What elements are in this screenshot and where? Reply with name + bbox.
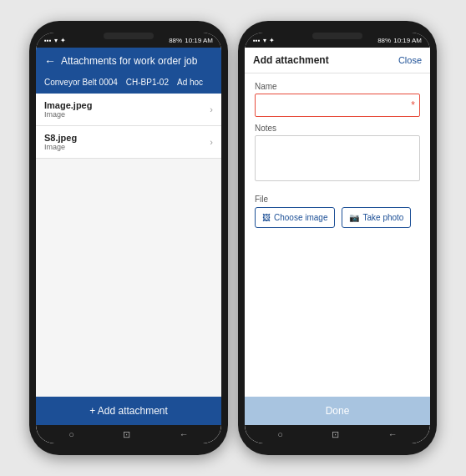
file-action-buttons: 🖼 Choose image 📷 Take photo — [255, 207, 420, 228]
equipment-name: Conveyor Belt 0004 — [44, 78, 118, 87]
name-field-group: Name * — [255, 82, 420, 117]
name-input-wrapper: * — [255, 94, 420, 117]
wifi-icon: ▾ — [54, 37, 58, 44]
add-attachment-button[interactable]: + Add attachment — [36, 397, 221, 425]
status-bar-2: ▪▪▪ ▾ ✦ 88% 10:19 AM — [245, 33, 430, 48]
attachment-type: Image — [44, 110, 92, 119]
take-photo-button[interactable]: 📷 Take photo — [342, 207, 411, 228]
required-indicator: * — [411, 99, 415, 111]
chevron-icon: › — [210, 137, 213, 147]
list-item[interactable]: Image.jpeg Image › — [36, 94, 221, 126]
bluetooth-icon: ✦ — [269, 37, 275, 44]
phone-2: ▪▪▪ ▾ ✦ 88% 10:19 AM Add attachment Clos… — [238, 21, 437, 455]
chevron-icon: › — [210, 104, 213, 114]
attachments-header: ← Attachments for work order job — [36, 48, 221, 74]
attachment-name: Image.jpeg — [44, 100, 92, 110]
notes-label: Notes — [255, 124, 420, 133]
list-item-info: S8.jpeg Image — [44, 133, 77, 151]
list-item[interactable]: S8.jpeg Image › — [36, 126, 221, 159]
back-nav-icon[interactable]: ← — [180, 429, 189, 439]
time-display: 10:19 AM — [393, 37, 422, 44]
back-button[interactable]: ← — [44, 54, 56, 68]
header-title: Attachments for work order job — [61, 55, 197, 67]
phone-2-screen: ▪▪▪ ▾ ✦ 88% 10:19 AM Add attachment Clos… — [245, 33, 430, 443]
signal-icon: ▪▪▪ — [253, 37, 261, 44]
choose-image-label: Choose image — [274, 213, 327, 222]
done-button[interactable]: Done — [245, 397, 430, 425]
wifi-icon: ▾ — [263, 37, 266, 44]
name-label: Name — [255, 82, 420, 91]
battery-level: 88% — [169, 37, 182, 44]
signal-icon: ▪▪▪ — [44, 37, 52, 44]
add-attachment-header: Add attachment Close — [245, 48, 430, 73]
notes-input[interactable] — [255, 135, 420, 181]
order-type: Ad hoc — [177, 78, 203, 87]
name-input[interactable] — [255, 94, 420, 117]
file-label: File — [255, 195, 420, 204]
recent-nav-icon[interactable]: ⊡ — [123, 429, 130, 440]
attachment-type: Image — [44, 143, 77, 151]
home-nav-icon[interactable]: ○ — [68, 429, 74, 439]
choose-image-button[interactable]: 🖼 Choose image — [255, 207, 335, 228]
bottom-navigation-1: ○ ⊡ ← — [36, 425, 221, 443]
take-photo-label: Take photo — [362, 213, 403, 222]
notes-field-group: Notes — [255, 124, 420, 185]
close-button[interactable]: Close — [398, 55, 422, 65]
add-attachment-title: Add attachment — [253, 54, 329, 66]
time-display: 10:19 AM — [185, 37, 213, 44]
order-code: CH-BP1-02 — [126, 78, 169, 87]
attachment-name: S8.jpeg — [44, 133, 77, 143]
list-item-info: Image.jpeg Image — [44, 100, 92, 119]
add-attachment-form: Name * Notes File 🖼 Choose imag — [245, 73, 430, 397]
phone-1-screen: ▪▪▪ ▾ ✦ 88% 10:19 AM ← Attachments for w… — [36, 33, 221, 443]
home-nav-icon[interactable]: ○ — [277, 429, 283, 439]
back-nav-icon[interactable]: ← — [388, 429, 398, 439]
attachment-list: Image.jpeg Image › S8.jpeg Image › — [36, 94, 221, 397]
recent-nav-icon[interactable]: ⊡ — [332, 429, 339, 440]
status-bar-1: ▪▪▪ ▾ ✦ 88% 10:19 AM — [36, 33, 221, 48]
work-order-info-bar: Conveyor Belt 0004 CH-BP1-02 Ad hoc — [36, 74, 221, 94]
camera-icon: 📷 — [349, 213, 359, 222]
image-icon: 🖼 — [262, 213, 271, 222]
battery-level: 88% — [377, 37, 391, 44]
bluetooth-icon: ✦ — [60, 37, 66, 44]
bottom-navigation-2: ○ ⊡ ← — [245, 425, 430, 443]
phone-1: ▪▪▪ ▾ ✦ 88% 10:19 AM ← Attachments for w… — [29, 21, 228, 455]
file-field-group: File 🖼 Choose image 📷 Take photo — [255, 195, 420, 228]
